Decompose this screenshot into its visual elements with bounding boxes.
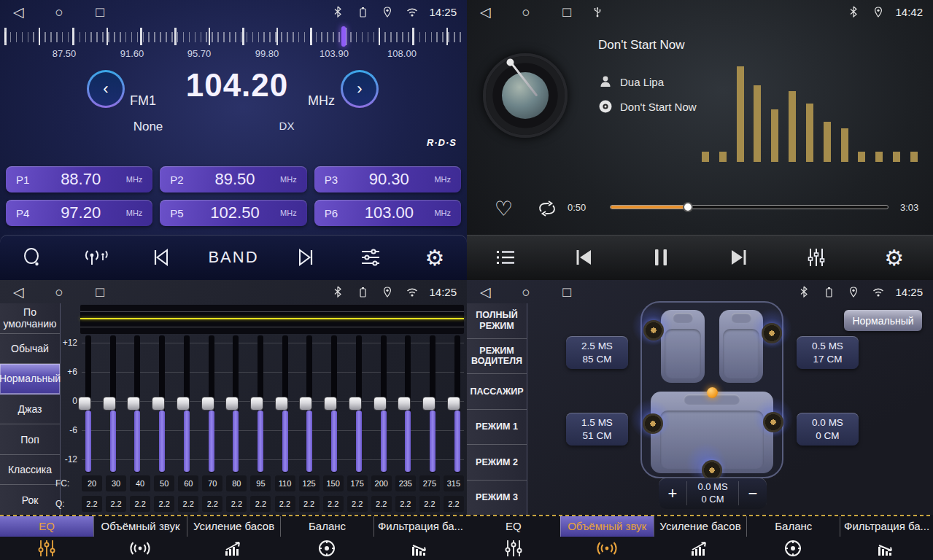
frequency-dial[interactable] [0,26,467,47]
eq-preset-normal[interactable]: Нормальный [0,364,60,394]
fc-value[interactable]: 200 [371,475,392,491]
preset-button-p2[interactable]: P2 89.50 MHz [160,166,306,192]
eq-band-slider[interactable] [155,335,169,472]
delay-front-left-button[interactable]: 2.5 MS 85 CM [566,336,628,369]
eq-band-slider[interactable] [254,335,267,472]
preset-button-p6[interactable]: P6 103.00 MHz [314,200,461,226]
eq-preset-pop[interactable]: Поп [0,424,60,455]
q-value[interactable]: 2.2 [299,496,320,512]
nav-home-icon[interactable]: ○ [518,284,534,300]
eq-preset-custom[interactable]: Обычай [0,334,60,365]
q-value[interactable]: 2.2 [178,496,198,512]
eq-band-slider[interactable] [377,335,390,472]
fc-value[interactable]: 70 [202,475,222,491]
nav-back-icon[interactable]: ◁ [10,4,26,20]
nav-home-icon[interactable]: ○ [518,4,534,20]
dx-mode[interactable]: DX [268,120,305,132]
q-value[interactable]: 2.2 [323,496,344,512]
scan-icon[interactable] [16,243,48,272]
nav-back-icon[interactable]: ◁ [477,284,493,300]
slider-knob[interactable] [422,397,435,411]
tab-surround[interactable]: Объёмный звук [93,516,187,560]
nav-recents-icon[interactable]: □ [92,284,108,300]
dial-cursor[interactable] [341,26,346,47]
tab-surround[interactable]: Объёмный звук [560,516,654,560]
slider-knob[interactable] [250,397,263,411]
fc-value[interactable]: 275 [419,475,440,491]
band-button[interactable]: BAND [208,248,258,267]
slider-knob[interactable] [373,397,387,411]
progress-knob[interactable] [683,202,693,212]
prev-station-icon[interactable] [144,243,177,272]
fc-value[interactable]: 40 [130,475,150,491]
eq-band-slider[interactable] [131,335,144,472]
eq-preset-jazz[interactable]: Джаз [0,394,60,425]
eq-preset-default[interactable]: По умолчанию [0,303,60,334]
eq-band-slider[interactable] [107,335,120,472]
tune-down-button[interactable]: ‹ [87,70,125,108]
tab-balance[interactable]: Баланс [280,516,373,560]
nav-recents-icon[interactable]: □ [92,4,108,20]
fc-value[interactable]: 50 [154,475,174,491]
increase-delay-button[interactable]: + [659,484,686,503]
delay-rear-left-button[interactable]: 1.5 MS 51 CM [566,413,628,446]
repeat-icon[interactable] [537,200,557,217]
q-value[interactable]: 2.2 [250,496,271,512]
slider-knob[interactable] [201,397,214,411]
preset-button-p1[interactable]: P1 88.70 MHz [6,166,152,192]
eq-preset-classic[interactable]: Классика [0,455,60,486]
q-value[interactable]: 2.2 [275,496,295,512]
progress-bar[interactable] [610,205,889,209]
tab-filter[interactable]: Фильтрация ба... [840,516,933,560]
nav-back-icon[interactable]: ◁ [10,284,26,300]
mode-passenger[interactable]: ПАССАЖИР [467,374,527,410]
eq-band-slider[interactable] [451,335,464,472]
q-value[interactable]: 2.2 [371,496,392,512]
delay-rear-right-button[interactable]: 0.0 MS 0 CM [797,413,859,446]
tab-balance[interactable]: Баланс [746,516,840,560]
next-track-icon[interactable] [723,243,755,272]
slider-knob[interactable] [152,397,165,411]
listening-position-dot[interactable] [707,387,718,398]
previous-track-icon[interactable] [568,243,600,272]
nav-recents-icon[interactable]: □ [559,284,575,300]
pause-icon[interactable] [645,243,677,272]
slider-knob[interactable] [103,397,116,411]
fc-value[interactable]: 315 [444,475,464,491]
q-value[interactable]: 2.2 [82,496,102,512]
eq-band-slider[interactable] [401,335,414,472]
q-value[interactable]: 2.2 [202,496,222,512]
fc-value[interactable]: 95 [250,475,271,491]
fc-value[interactable]: 80 [226,475,247,491]
favorite-icon[interactable]: ♡ [495,197,513,221]
mode-1[interactable]: РЕЖИМ 1 [467,410,527,446]
nav-recents-icon[interactable]: □ [559,4,575,20]
nav-back-icon[interactable]: ◁ [477,4,493,20]
tab-bass-boost[interactable]: Усиление басов [187,516,280,560]
eq-band-slider[interactable] [303,335,316,472]
fc-value[interactable]: 125 [299,475,320,491]
eq-band-slider[interactable] [82,335,95,472]
slider-knob[interactable] [324,397,337,411]
fc-value[interactable]: 110 [275,475,295,491]
tab-filter[interactable]: Фильтрация ба... [373,516,467,560]
nav-home-icon[interactable]: ○ [51,284,67,300]
slider-knob[interactable] [177,397,190,411]
tab-bass-boost[interactable]: Усиление басов [654,516,747,560]
equalizer-settings-icon[interactable] [355,243,387,272]
eq-band-slider[interactable] [328,335,341,472]
mode-driver[interactable]: РЕЖИМ ВОДИТЕЛЯ [467,339,527,375]
eq-band-slider[interactable] [426,335,439,472]
next-station-icon[interactable] [290,243,322,272]
slider-knob[interactable] [225,397,239,411]
settings-gear-icon[interactable]: ⚙ [878,243,910,272]
slider-knob[interactable] [275,397,288,411]
fc-value[interactable]: 150 [323,475,344,491]
playlist-icon[interactable] [489,243,522,272]
album-art[interactable] [483,53,568,138]
q-value[interactable]: 2.2 [347,496,368,512]
settings-gear-icon[interactable]: ⚙ [419,243,451,272]
slider-knob[interactable] [398,397,411,411]
fc-value[interactable]: 235 [395,475,416,491]
nav-home-icon[interactable]: ○ [51,4,67,20]
